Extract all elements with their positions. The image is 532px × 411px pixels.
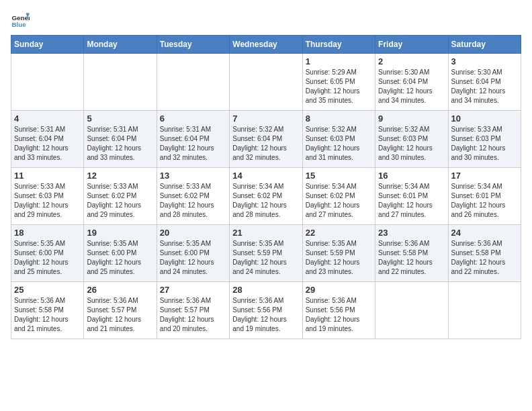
day-info: Sunrise: 5:35 AM Sunset: 6:00 PM Dayligh… xyxy=(14,239,81,277)
calendar-cell: 24Sunrise: 5:36 AM Sunset: 5:58 PM Dayli… xyxy=(448,225,521,282)
day-info: Sunrise: 5:36 AM Sunset: 5:58 PM Dayligh… xyxy=(14,296,81,334)
day-number: 24 xyxy=(451,228,518,238)
calendar-cell: 10Sunrise: 5:33 AM Sunset: 6:03 PM Dayli… xyxy=(448,111,521,168)
day-info: Sunrise: 5:31 AM Sunset: 6:04 PM Dayligh… xyxy=(14,125,81,163)
calendar-cell: 19Sunrise: 5:35 AM Sunset: 6:00 PM Dayli… xyxy=(84,225,157,282)
calendar-cell: 16Sunrise: 5:34 AM Sunset: 6:01 PM Dayli… xyxy=(375,168,448,225)
day-info: Sunrise: 5:35 AM Sunset: 5:59 PM Dayligh… xyxy=(306,239,372,277)
day-number: 20 xyxy=(160,228,226,238)
day-number: 28 xyxy=(232,285,299,295)
calendar-cell: 13Sunrise: 5:33 AM Sunset: 6:02 PM Dayli… xyxy=(157,168,229,225)
calendar-cell: 15Sunrise: 5:34 AM Sunset: 6:02 PM Dayli… xyxy=(302,168,375,225)
day-number: 8 xyxy=(306,113,372,124)
day-number: 15 xyxy=(306,171,372,181)
calendar-cell: 22Sunrise: 5:35 AM Sunset: 5:59 PM Dayli… xyxy=(302,225,375,282)
day-number: 23 xyxy=(378,228,445,238)
day-info: Sunrise: 5:33 AM Sunset: 6:03 PM Dayligh… xyxy=(451,125,518,163)
calendar-cell: 21Sunrise: 5:35 AM Sunset: 5:59 PM Dayli… xyxy=(230,225,302,282)
calendar-cell: 14Sunrise: 5:34 AM Sunset: 6:02 PM Dayli… xyxy=(230,168,302,225)
day-number: 14 xyxy=(232,171,299,181)
calendar-week-row: 25Sunrise: 5:36 AM Sunset: 5:58 PM Dayli… xyxy=(11,282,521,339)
calendar-cell: 12Sunrise: 5:33 AM Sunset: 6:02 PM Dayli… xyxy=(84,168,157,225)
day-info: Sunrise: 5:35 AM Sunset: 6:00 PM Dayligh… xyxy=(87,239,153,277)
calendar-cell: 18Sunrise: 5:35 AM Sunset: 6:00 PM Dayli… xyxy=(11,225,84,282)
calendar-cell: 29Sunrise: 5:36 AM Sunset: 5:56 PM Dayli… xyxy=(302,282,375,339)
calendar-cell: 5Sunrise: 5:31 AM Sunset: 6:04 PM Daylig… xyxy=(84,111,157,168)
calendar-cell xyxy=(157,54,229,111)
day-info: Sunrise: 5:35 AM Sunset: 6:00 PM Dayligh… xyxy=(160,239,226,277)
calendar-cell: 27Sunrise: 5:36 AM Sunset: 5:57 PM Dayli… xyxy=(157,282,229,339)
header: General Blue xyxy=(11,11,521,30)
calendar-cell xyxy=(11,54,84,111)
calendar-cell: 1Sunrise: 5:29 AM Sunset: 6:05 PM Daylig… xyxy=(302,54,375,111)
logo: General Blue xyxy=(11,11,32,30)
calendar-cell: 25Sunrise: 5:36 AM Sunset: 5:58 PM Dayli… xyxy=(11,282,84,339)
day-info: Sunrise: 5:32 AM Sunset: 6:04 PM Dayligh… xyxy=(232,125,299,163)
calendar-cell: 8Sunrise: 5:32 AM Sunset: 6:03 PM Daylig… xyxy=(302,111,375,168)
day-number: 22 xyxy=(306,228,372,238)
calendar-cell: 4Sunrise: 5:31 AM Sunset: 6:04 PM Daylig… xyxy=(11,111,84,168)
day-number: 12 xyxy=(87,171,153,181)
day-number: 19 xyxy=(87,228,153,238)
day-number: 6 xyxy=(160,113,226,124)
day-info: Sunrise: 5:31 AM Sunset: 6:04 PM Dayligh… xyxy=(87,125,153,163)
calendar-cell xyxy=(375,282,448,339)
day-number: 21 xyxy=(232,228,299,238)
day-number: 13 xyxy=(160,171,226,181)
day-number: 5 xyxy=(87,113,153,124)
day-info: Sunrise: 5:36 AM Sunset: 5:56 PM Dayligh… xyxy=(306,296,372,334)
col-header-monday: Monday xyxy=(84,36,157,54)
logo-icon: General Blue xyxy=(11,11,30,30)
day-info: Sunrise: 5:30 AM Sunset: 6:04 PM Dayligh… xyxy=(451,68,518,105)
calendar-cell: 20Sunrise: 5:35 AM Sunset: 6:00 PM Dayli… xyxy=(157,225,229,282)
day-number: 7 xyxy=(232,113,299,124)
calendar-week-row: 1Sunrise: 5:29 AM Sunset: 6:05 PM Daylig… xyxy=(11,54,521,111)
calendar-week-row: 18Sunrise: 5:35 AM Sunset: 6:00 PM Dayli… xyxy=(11,225,521,282)
day-number: 16 xyxy=(378,171,445,181)
calendar-cell: 11Sunrise: 5:33 AM Sunset: 6:03 PM Dayli… xyxy=(11,168,84,225)
calendar-cell: 28Sunrise: 5:36 AM Sunset: 5:56 PM Dayli… xyxy=(230,282,302,339)
day-number: 17 xyxy=(451,171,518,181)
day-info: Sunrise: 5:36 AM Sunset: 5:56 PM Dayligh… xyxy=(232,296,299,334)
calendar-cell: 3Sunrise: 5:30 AM Sunset: 6:04 PM Daylig… xyxy=(448,54,521,111)
day-info: Sunrise: 5:29 AM Sunset: 6:05 PM Dayligh… xyxy=(306,68,372,105)
day-number: 18 xyxy=(14,228,81,238)
calendar-cell: 6Sunrise: 5:31 AM Sunset: 6:04 PM Daylig… xyxy=(157,111,229,168)
day-number: 1 xyxy=(306,56,372,66)
day-info: Sunrise: 5:32 AM Sunset: 6:03 PM Dayligh… xyxy=(378,125,445,163)
calendar-week-row: 11Sunrise: 5:33 AM Sunset: 6:03 PM Dayli… xyxy=(11,168,521,225)
day-info: Sunrise: 5:34 AM Sunset: 6:02 PM Dayligh… xyxy=(232,182,299,220)
day-info: Sunrise: 5:31 AM Sunset: 6:04 PM Dayligh… xyxy=(160,125,226,163)
calendar-cell xyxy=(448,282,521,339)
day-number: 27 xyxy=(160,285,226,295)
day-info: Sunrise: 5:34 AM Sunset: 6:01 PM Dayligh… xyxy=(378,182,445,220)
calendar-cell: 23Sunrise: 5:36 AM Sunset: 5:58 PM Dayli… xyxy=(375,225,448,282)
day-info: Sunrise: 5:33 AM Sunset: 6:02 PM Dayligh… xyxy=(160,182,226,220)
col-header-friday: Friday xyxy=(375,36,448,54)
calendar-cell: 9Sunrise: 5:32 AM Sunset: 6:03 PM Daylig… xyxy=(375,111,448,168)
calendar-cell: 2Sunrise: 5:30 AM Sunset: 6:04 PM Daylig… xyxy=(375,54,448,111)
day-number: 29 xyxy=(306,285,372,295)
day-number: 9 xyxy=(378,113,445,124)
col-header-thursday: Thursday xyxy=(302,36,375,54)
day-number: 4 xyxy=(14,113,81,124)
svg-text:Blue: Blue xyxy=(11,21,26,28)
day-info: Sunrise: 5:32 AM Sunset: 6:03 PM Dayligh… xyxy=(306,125,372,163)
day-number: 2 xyxy=(378,56,445,66)
calendar-table: SundayMondayTuesdayWednesdayThursdayFrid… xyxy=(11,35,521,339)
col-header-tuesday: Tuesday xyxy=(157,36,229,54)
calendar-week-row: 4Sunrise: 5:31 AM Sunset: 6:04 PM Daylig… xyxy=(11,111,521,168)
day-number: 26 xyxy=(87,285,153,295)
day-number: 3 xyxy=(451,56,518,66)
day-info: Sunrise: 5:30 AM Sunset: 6:04 PM Dayligh… xyxy=(378,68,445,105)
day-number: 11 xyxy=(14,171,81,181)
calendar-header-row: SundayMondayTuesdayWednesdayThursdayFrid… xyxy=(11,36,521,54)
calendar-cell: 7Sunrise: 5:32 AM Sunset: 6:04 PM Daylig… xyxy=(230,111,302,168)
day-number: 25 xyxy=(14,285,81,295)
day-info: Sunrise: 5:35 AM Sunset: 5:59 PM Dayligh… xyxy=(232,239,299,277)
day-info: Sunrise: 5:33 AM Sunset: 6:03 PM Dayligh… xyxy=(14,182,81,220)
day-number: 10 xyxy=(451,113,518,124)
col-header-wednesday: Wednesday xyxy=(230,36,302,54)
day-info: Sunrise: 5:36 AM Sunset: 5:58 PM Dayligh… xyxy=(378,239,445,277)
calendar-cell xyxy=(84,54,157,111)
